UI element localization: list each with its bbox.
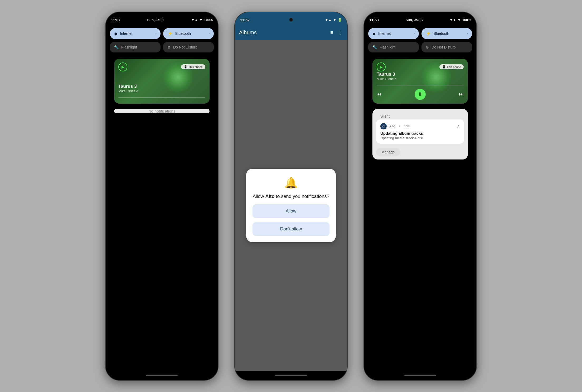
- home-indicator-2: [235, 371, 347, 380]
- app-bar-title-2: Albums: [239, 30, 257, 36]
- notifications-container-3: Silent ◎ Alto • now ∧ Updating album tra…: [372, 109, 468, 159]
- wifi-icon: ▼: [199, 18, 203, 22]
- phone-badge-icon-1: 📱: [184, 65, 187, 69]
- waveform-line-3: [377, 85, 464, 85]
- time-2: 11:52: [240, 18, 250, 22]
- media-artist-3: Mike Oldfield: [377, 77, 464, 81]
- bt-arrow-3: ›: [467, 32, 468, 35]
- permission-dialog: 🔔 Allow Alto to send you notifications? …: [246, 169, 336, 242]
- phone2: 11:52 ▼▲ ▼ 🔋 Albums ≡ ⋮ 🔔 Allow Alto to …: [234, 12, 348, 381]
- dnd-label-1: Do Not Disturb: [173, 45, 197, 49]
- app-name-bold: Alto: [265, 194, 274, 199]
- signal-icon-3: ▼▲: [449, 18, 456, 22]
- notif-body: Updating media: track 4 of 8: [380, 136, 460, 140]
- phone1: 11:07 Sun, Jan 5 ▼▲ ▼ 100% ◆ Internet › …: [105, 12, 219, 381]
- notif-title: Updating album tracks: [380, 131, 460, 135]
- time-3: 11:53: [369, 18, 379, 22]
- this-phone-label-1: This phone: [188, 65, 203, 69]
- allow-button[interactable]: Allow: [253, 204, 329, 218]
- bt-tile-icon: ⚡: [167, 31, 173, 36]
- prev-button-3[interactable]: ⏮: [377, 91, 381, 97]
- dnd-tile-3[interactable]: ⊖ Do Not Disturb: [421, 42, 472, 52]
- app-screen-2: 🔔 Allow Alto to send you notifications? …: [235, 40, 347, 371]
- internet-tile-3[interactable]: ◆ Internet ›: [368, 28, 419, 39]
- flash-tile-icon: 🔦: [114, 45, 119, 49]
- alto-app-icon: ◎: [380, 123, 387, 129]
- bluetooth-label-3: Bluetooth: [434, 31, 449, 36]
- media-content-3: ▶ 📱 This phone Taurus 3 Mike Oldfield: [372, 59, 468, 104]
- media-title-3: Taurus 3: [377, 72, 464, 77]
- quick-settings-3: ◆ Internet › ⚡ Bluetooth › 🔦 Flashlight …: [364, 25, 476, 56]
- internet-arrow-3: ›: [414, 32, 415, 35]
- camera-notch: [160, 18, 164, 22]
- play-button-3[interactable]: ▶: [377, 62, 386, 71]
- internet-label-1: Internet: [120, 31, 132, 36]
- signal-icon-2: ▼▲: [325, 18, 332, 22]
- home-bar-1: [146, 375, 178, 376]
- bt-tile-icon-3: ⚡: [426, 31, 431, 36]
- flashlight-tile-1[interactable]: 🔦 Flashlight: [110, 42, 161, 52]
- flash-tile-icon-3: 🔦: [372, 45, 377, 49]
- silent-label: Silent: [376, 112, 464, 119]
- bt-arrow-1: ›: [208, 32, 210, 35]
- bluetooth-label-1: Bluetooth: [175, 31, 191, 36]
- dnd-tile-icon-3: ⊖: [426, 45, 429, 49]
- dnd-tile-1[interactable]: ⊖ Do Not Disturb: [163, 42, 214, 52]
- media-player-3: ▶ 📱 This phone Taurus 3 Mike Oldfield: [372, 59, 468, 104]
- home-bar-2: [275, 375, 307, 376]
- notif-header: ◎ Alto • now ∧: [380, 123, 460, 129]
- wifi-tile-icon: ◆: [114, 31, 117, 36]
- notifications-area-1: No notifications: [114, 109, 210, 113]
- manage-button[interactable]: Manage: [376, 148, 400, 156]
- wifi-icon-3: ▼: [458, 18, 461, 22]
- home-indicator-1: [106, 371, 218, 380]
- camera-notch-2: [289, 18, 293, 22]
- internet-tile-1[interactable]: ◆ Internet ›: [110, 28, 161, 39]
- media-player-1: ▶ 📱 This phone Taurus 3 Mike Oldfield: [114, 59, 210, 104]
- bluetooth-tile-1[interactable]: ⚡ Bluetooth ›: [163, 28, 214, 39]
- this-phone-label-3: This phone: [447, 65, 461, 69]
- app-bar-icons-2: ≡ ⋮: [330, 30, 343, 36]
- quick-settings-1: ◆ Internet › ⚡ Bluetooth › 🔦 Flashlight …: [106, 25, 218, 56]
- expand-icon[interactable]: ∧: [457, 124, 460, 129]
- next-button-3[interactable]: ⏭: [459, 91, 464, 97]
- signal-icon: ▼▲: [191, 18, 198, 22]
- time-1: 11:07: [111, 18, 120, 22]
- waveform-line-1: [118, 97, 205, 98]
- notification-bell-icon: 🔔: [284, 177, 298, 189]
- no-notifications-text: No notifications: [148, 109, 176, 113]
- media-waveform-1: [118, 95, 205, 100]
- battery-icon: 100%: [204, 18, 213, 22]
- playlist-icon[interactable]: ≡: [330, 30, 333, 36]
- more-icon[interactable]: ⋮: [338, 30, 343, 36]
- battery-icon-2: 🔋: [338, 18, 342, 22]
- status-icons-2: ▼▲ ▼ 🔋: [325, 18, 342, 22]
- status-icons-1: ▼▲ ▼ 100%: [191, 18, 213, 22]
- wifi-tile-icon-3: ◆: [372, 31, 376, 36]
- bluetooth-tile-3[interactable]: ⚡ Bluetooth ›: [421, 28, 472, 39]
- notif-time: •: [399, 124, 400, 128]
- media-controls-3: ⏮ ⏸ ⏭: [377, 89, 464, 100]
- notification-card[interactable]: ◎ Alto • now ∧ Updating album tracks Upd…: [376, 119, 464, 144]
- media-top-3: ▶ 📱 This phone: [377, 62, 464, 71]
- dnd-label-3: Do Not Disturb: [431, 45, 456, 49]
- home-indicator-3: [364, 371, 476, 380]
- camera-notch-3: [418, 18, 422, 22]
- phone3: 11:53 Sun, Jan 5 ▼▲ ▼ 100% ◆ Internet › …: [363, 12, 477, 381]
- phone-badge-icon-3: 📱: [442, 65, 446, 69]
- media-artist-1: Mike Oldfield: [118, 89, 205, 93]
- deny-button[interactable]: Don't allow: [253, 222, 329, 236]
- media-info-3: Taurus 3 Mike Oldfield: [377, 72, 464, 88]
- flashlight-label-1: Flashlight: [121, 45, 137, 49]
- media-content-1: ▶ 📱 This phone Taurus 3 Mike Oldfield: [114, 59, 210, 104]
- play-button-1[interactable]: ▶: [118, 62, 127, 71]
- flashlight-tile-3[interactable]: 🔦 Flashlight: [368, 42, 419, 52]
- media-title-1: Taurus 3: [118, 84, 205, 89]
- wifi-icon-2: ▼: [333, 18, 336, 22]
- app-bar-2: Albums ≡ ⋮: [235, 25, 347, 40]
- media-waveform-3: [377, 83, 464, 88]
- qs-row-2: 🔦 Flashlight ⊖ Do Not Disturb: [110, 42, 214, 52]
- this-phone-badge-1: 📱 This phone: [181, 64, 205, 69]
- pause-button-3[interactable]: ⏸: [415, 89, 426, 100]
- home-bar-3: [404, 375, 436, 376]
